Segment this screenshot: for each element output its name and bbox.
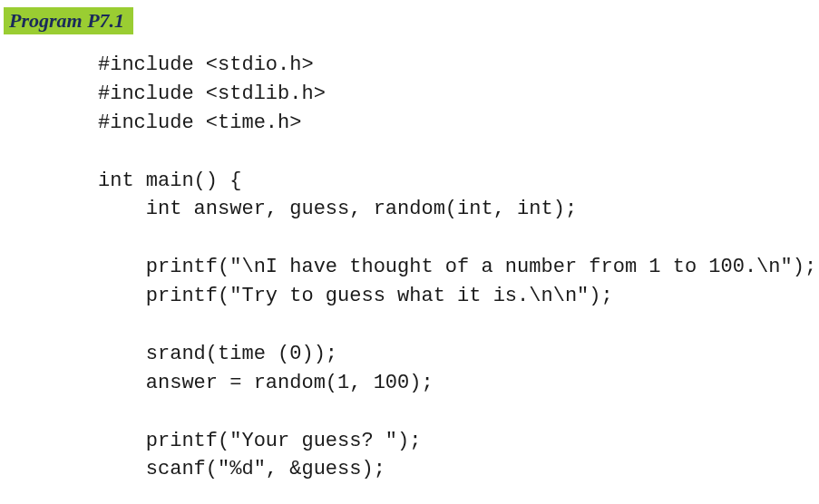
program-label: Program P7.1 [4, 7, 133, 34]
code-listing: #include <stdio.h> #include <stdlib.h> #… [0, 51, 819, 484]
